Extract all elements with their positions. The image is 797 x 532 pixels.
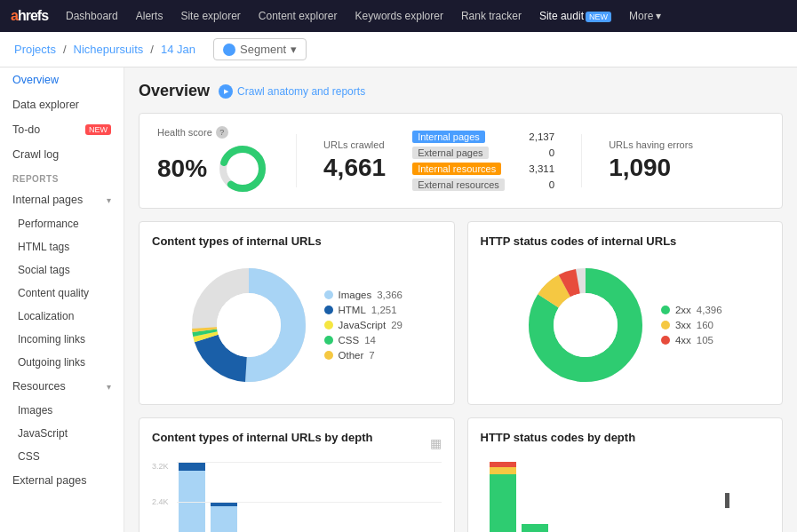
breadcrumb-bar: Projects / Nichepursuits / 14 Jan Segmen…: [0, 32, 797, 67]
sidebar-reports-label: REPORTS: [0, 167, 124, 187]
content-types-card: Content types of internal URLs: [139, 221, 455, 405]
main-layout: Overview Data explorer To-do NEW Crawl l…: [0, 67, 797, 532]
url-row-external-resources[interactable]: External resources 0: [412, 177, 554, 193]
url-tag-external-pages: External pages: [412, 147, 488, 159]
sidebar-item-outgoing-links[interactable]: Outgoing links: [0, 351, 124, 374]
nav-keywords-explorer[interactable]: Keywords explorer: [348, 6, 450, 26]
legend-2xx: 2xx 4,396: [661, 305, 722, 315]
breadcrumb-sep1: /: [63, 43, 67, 56]
url-count-internal-resources: 3,311: [529, 163, 554, 174]
page-header: Overview Crawl anatomy and reports: [139, 82, 783, 100]
url-table: Internal pages 2,137 External pages 0 In…: [412, 129, 554, 193]
http-status-title: HTTP status codes of internal URLs: [481, 234, 770, 248]
info-icon[interactable]: ?: [216, 126, 228, 139]
health-donut-chart: [216, 142, 269, 195]
sidebar-item-localization[interactable]: Localization: [0, 305, 124, 328]
legend-dot-js: [324, 321, 333, 330]
segment-button[interactable]: Segment ▾: [213, 38, 307, 60]
breadcrumb-site[interactable]: Nichepursuits: [74, 43, 144, 56]
sidebar-item-html-tags[interactable]: HTML tags: [0, 235, 124, 258]
legend-dot-html: [324, 306, 333, 314]
url-tag-internal-resources: Internal resources: [412, 163, 501, 175]
crawl-anatomy-link[interactable]: Crawl anatomy and reports: [219, 84, 365, 99]
urls-errors-value: 1,090: [609, 154, 671, 181]
legend-dot-other: [324, 351, 333, 360]
url-row-internal-resources[interactable]: Internal resources 3,311: [412, 161, 554, 177]
sidebar-item-incoming-links[interactable]: Incoming links: [0, 328, 124, 351]
sidebar-item-overview[interactable]: Overview: [0, 67, 124, 92]
http-bar-1-2xx: [490, 474, 516, 532]
sidebar-item-resources[interactable]: Resources ▾: [0, 374, 124, 399]
divider: [296, 134, 297, 187]
sidebar-item-internal-pages[interactable]: Internal pages ▾: [0, 187, 124, 212]
http-depth-bar-1: [490, 462, 516, 532]
breadcrumb-date[interactable]: 14 Jan: [161, 43, 195, 56]
nav-site-explorer[interactable]: Site explorer: [173, 6, 247, 26]
play-icon: [219, 84, 233, 99]
health-score-value: 80%: [157, 155, 207, 183]
sidebar-item-css[interactable]: CSS: [0, 445, 124, 468]
depth-content-header: Content types of internal URLs by depth …: [152, 431, 442, 455]
breadcrumb-sep2: /: [150, 43, 154, 56]
depth-http-header: HTTP status codes by depth: [481, 431, 770, 455]
legend-html: HTML 1,251: [324, 305, 403, 315]
urls-errors-block: URLs having errors 1,090: [609, 139, 693, 182]
content-types-donut: [191, 267, 307, 383]
segment-label: Segment: [240, 43, 286, 56]
http-status-legend: 2xx 4,396 3xx 160 4xx 105: [661, 305, 722, 345]
urls-errors-label: URLs having errors: [609, 139, 693, 150]
legend-css: CSS 14: [324, 335, 403, 345]
urls-crawled-label: URLs crawled: [323, 139, 384, 150]
depth-content-card: Content types of internal URLs by depth …: [139, 417, 455, 532]
svg-point-14: [554, 293, 618, 357]
todo-badge: NEW: [85, 124, 111, 135]
nav-site-audit[interactable]: Site auditNEW: [532, 6, 618, 26]
legend-dot-css: [324, 336, 333, 345]
legend-dot-2xx: [661, 306, 670, 314]
chevron-down-icon: ▾: [291, 43, 297, 56]
legend-dot-3xx: [661, 321, 670, 330]
sidebar-item-data-explorer[interactable]: Data explorer: [0, 92, 124, 117]
legend-dot-4xx: [661, 336, 670, 345]
chart-row-1: Content types of internal URLs: [139, 221, 783, 405]
sidebar: Overview Data explorer To-do NEW Crawl l…: [0, 67, 124, 532]
sidebar-item-performance[interactable]: Performance: [0, 212, 124, 235]
y-label-32k: 3.2K: [152, 462, 169, 471]
legend-javascript: JavaScript 29: [324, 320, 403, 330]
http-bar-2-2xx: [522, 524, 548, 532]
bar-chart-icon: ▦: [430, 436, 442, 450]
url-row-external-pages[interactable]: External pages 0: [412, 145, 554, 161]
nav-content-explorer[interactable]: Content explorer: [251, 6, 345, 26]
segment-icon: [223, 44, 235, 56]
sidebar-item-crawl-log[interactable]: Crawl log: [0, 142, 124, 167]
sidebar-item-social-tags[interactable]: Social tags: [0, 258, 124, 282]
legend-other: Other 7: [324, 350, 403, 361]
breadcrumb-projects[interactable]: Projects: [14, 43, 56, 56]
chevron-down-icon: ▾: [656, 10, 661, 22]
legend-3xx: 3xx 160: [661, 320, 722, 330]
svg-point-2: [231, 157, 254, 180]
depth-http-title: HTTP status codes by depth: [481, 431, 636, 444]
sidebar-item-content-quality[interactable]: Content quality: [0, 282, 124, 305]
http-status-donut-container: 2xx 4,396 3xx 160 4xx 105: [481, 258, 770, 392]
sidebar-item-external-pages[interactable]: External pages: [0, 468, 124, 493]
health-score-label: Health score: [157, 127, 212, 138]
url-count-external-pages: 0: [549, 147, 554, 158]
y-label-24k: 2.4K: [152, 497, 169, 506]
nav-more[interactable]: More ▾: [622, 6, 668, 26]
urls-crawled-value: 4,661: [323, 154, 386, 181]
chevron-down-icon: ▾: [107, 382, 111, 392]
sidebar-item-images[interactable]: Images: [0, 399, 124, 422]
nav-rank-tracker[interactable]: Rank tracker: [454, 6, 529, 26]
sidebar-item-javascript[interactable]: JavaScript: [0, 422, 124, 445]
content-types-donut-container: Images 3,366 HTML 1,251 JavaScript 29: [152, 258, 442, 392]
http-status-donut: [528, 267, 643, 383]
divider-2: [581, 134, 582, 187]
nav-dashboard[interactable]: Dashboard: [59, 6, 125, 26]
content-types-title: Content types of internal URLs: [152, 234, 442, 248]
crawl-link-text: Crawl anatomy and reports: [237, 85, 365, 98]
url-row-internal-pages[interactable]: Internal pages 2,137: [412, 129, 554, 145]
sidebar-item-todo[interactable]: To-do NEW: [0, 117, 124, 142]
nav-alerts[interactable]: Alerts: [129, 6, 171, 26]
url-count-external-resources: 0: [549, 179, 554, 190]
